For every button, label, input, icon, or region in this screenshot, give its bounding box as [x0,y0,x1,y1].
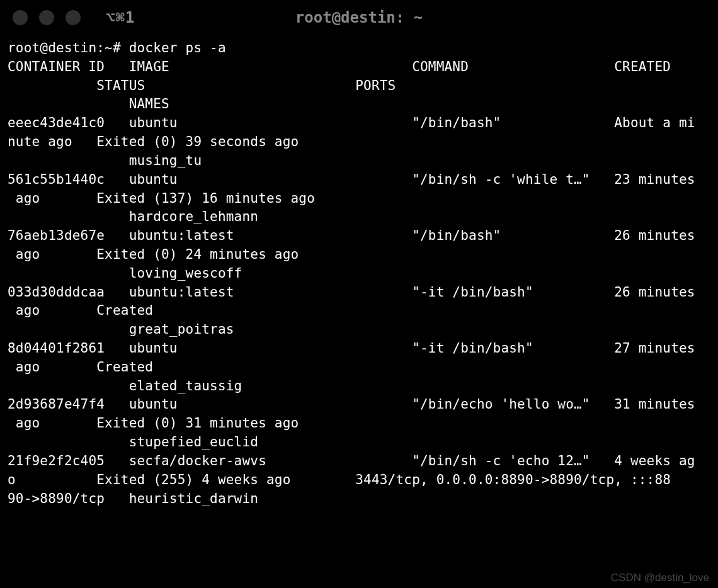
table-row: ago Exited (137) 16 minutes ago [8,191,315,206]
traffic-lights [13,10,81,25]
close-icon[interactable] [13,10,28,25]
table-header: NAMES [8,96,169,111]
tab-shortcut-label: ⌥⌘1 [106,9,135,26]
watermark: CSDN @destin_love [611,572,709,584]
table-row: musing_tu [8,153,202,168]
table-row: hardcore_lehmann [8,209,258,224]
table-row: elated_taussig [8,378,242,393]
table-row: 033d30dddcaa ubuntu:latest "-it /bin/bas… [8,285,695,300]
table-row: 8d04401f2861 ubuntu "-it /bin/bash" 27 m… [8,341,695,356]
table-row: ago Created [8,303,153,318]
table-row: 76aeb13de67e ubuntu:latest "/bin/bash" 2… [8,228,695,243]
table-row: nute ago Exited (0) 39 seconds ago [8,134,299,149]
shell-prompt: root@destin:~# [8,40,129,55]
table-row: ago Exited (0) 24 minutes ago [8,247,299,262]
table-row: eeec43de41c0 ubuntu "/bin/bash" About a … [8,115,695,130]
zoom-icon[interactable] [66,10,81,25]
table-row: 90->8890/tcp heuristic_darwin [8,491,258,506]
table-row: ago Created [8,359,153,375]
window-title: root@destin: ~ [295,9,423,26]
table-row: great_poitras [8,322,234,337]
terminal-output[interactable]: root@destin:~# docker ps -a CONTAINER ID… [0,35,718,514]
table-row: o Exited (255) 4 weeks ago 3443/tcp, 0.0… [8,472,671,487]
table-header: CONTAINER ID IMAGE COMMAND CREATED [8,59,671,74]
table-row: stupefied_euclid [8,434,258,449]
table-row: ago Exited (0) 31 minutes ago [8,416,299,431]
titlebar: ⌥⌘1 root@destin: ~ [0,0,718,35]
table-header: STATUS PORTS [8,78,396,93]
table-row: 561c55b1440c ubuntu "/bin/sh -c 'while t… [8,172,695,187]
minimize-icon[interactable] [39,10,54,25]
shell-command: docker ps -a [129,40,226,55]
table-row: 21f9e2f2c405 secfa/docker-awvs "/bin/sh … [8,453,695,468]
table-row: 2d93687e47f4 ubuntu "/bin/echo 'hello wo… [8,397,695,412]
table-row: loving_wescoff [8,266,242,281]
